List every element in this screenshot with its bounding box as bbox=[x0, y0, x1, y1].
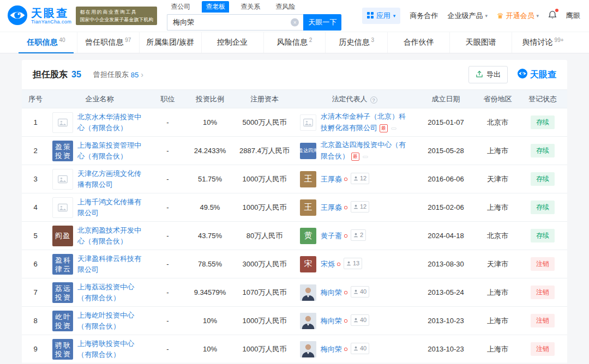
legal-rep-link[interactable]: 梅向荣 bbox=[321, 317, 342, 325]
company-logo[interactable] bbox=[52, 112, 73, 133]
company-name-link[interactable]: 天津盈科律云科技有限公司 bbox=[77, 253, 147, 275]
legal-rep-link[interactable]: 梅向荣 bbox=[321, 288, 342, 296]
legal-rep-avatar[interactable]: 黄 bbox=[300, 228, 316, 244]
registered-capital-value: 2887.4万人民币 bbox=[235, 137, 294, 165]
section-nav: 任职信息40曾任职信息97所属集团/族群控制企业风险信息2历史信息3合作伙伴天眼… bbox=[0, 32, 589, 53]
legal-rep-avatar[interactable]: 盈达四海 bbox=[300, 143, 316, 159]
position-value: - bbox=[150, 278, 185, 307]
status-cell: 注销 bbox=[518, 335, 567, 363]
legal-rep-avatar[interactable] bbox=[300, 313, 316, 329]
company-logo[interactable]: 骋耿投资 bbox=[52, 339, 73, 360]
relation-count-badge[interactable] bbox=[391, 128, 396, 130]
company-logo[interactable]: 屹叶投资 bbox=[52, 311, 73, 331]
apps-menu-button[interactable]: 应用 ▾ bbox=[362, 8, 401, 24]
legal-rep-avatar[interactable]: 王 bbox=[300, 171, 316, 187]
enterprise-products-menu[interactable]: 企业级产品 ▾ bbox=[447, 11, 488, 21]
legal-rep-cell: 梅向荣40 bbox=[294, 278, 414, 307]
legal-rep-avatar[interactable]: 王 bbox=[300, 199, 316, 216]
nav-tab[interactable]: 合作伙伴 bbox=[387, 32, 449, 53]
search-button[interactable]: 天眼一下 bbox=[303, 14, 341, 31]
legal-rep-link[interactable]: 王厚淼 bbox=[321, 203, 342, 211]
company-logo[interactable]: 盈科律云 bbox=[52, 254, 73, 275]
table-row: 4 上海千鸿文化传播有限公司 - 49.5% 1000万人民币 王 王厚淼12 … bbox=[22, 193, 567, 222]
apps-grid-icon bbox=[367, 12, 374, 20]
company-name-link[interactable]: 上海盈策投资管理中心（有限合伙） bbox=[77, 140, 147, 161]
former-shareholder-link[interactable]: 曾担任股东 85 › bbox=[93, 70, 143, 80]
nav-tab[interactable]: 舆情讨论99+ bbox=[512, 32, 574, 53]
company-logo[interactable] bbox=[52, 197, 73, 218]
company-name-link[interactable]: 北京水木华清投资中心（有限合伙） bbox=[77, 112, 147, 133]
vip-membership-menu[interactable]: ♛ 开通会员 ▾ bbox=[497, 11, 539, 21]
nav-tab-count: 2 bbox=[309, 37, 312, 43]
status-cell: 存续 bbox=[518, 137, 567, 165]
establish-date-value: 2013-10-23 bbox=[414, 307, 477, 335]
section-count: 35 bbox=[71, 70, 81, 80]
business-cooperation-link[interactable]: 商务合作 bbox=[410, 11, 438, 21]
establish-date-value: 2015-02-06 bbox=[414, 193, 477, 222]
company-cell: 荔远投资 上海荔远投资中心（有限合伙） bbox=[49, 278, 150, 307]
export-button[interactable]: 导出 bbox=[468, 66, 508, 83]
eagle-eye-link[interactable]: 鹰眼 bbox=[566, 11, 580, 21]
legal-rep-cell: 王 王厚淼12 bbox=[294, 165, 414, 193]
legal-rep-link[interactable]: 黄子斋 bbox=[321, 232, 342, 240]
legal-rep-link[interactable]: 宋烁 bbox=[321, 260, 335, 268]
company-name-link[interactable]: 上海千鸿文化传播有限公司 bbox=[77, 197, 147, 218]
nav-tab[interactable]: 风险信息2 bbox=[263, 32, 326, 53]
relation-count-badge[interactable]: 40 bbox=[351, 314, 369, 326]
nav-tab[interactable]: 所属集团/族群 bbox=[139, 32, 201, 53]
legal-rep-avatar[interactable] bbox=[300, 284, 316, 301]
nav-tab-label: 天眼图谱 bbox=[466, 38, 496, 47]
relation-count-badge[interactable]: 13 bbox=[344, 258, 362, 269]
invest-ratio-value: 10% bbox=[185, 335, 235, 363]
relation-count-badge[interactable]: 2 bbox=[351, 229, 366, 241]
position-value: - bbox=[150, 165, 185, 193]
beneficiary-badge: 最 bbox=[380, 124, 388, 132]
company-name-link[interactable]: 上海骋耿投资中心（有限合伙） bbox=[77, 338, 147, 360]
relation-count-badge[interactable]: 40 bbox=[351, 343, 369, 354]
search-tab[interactable]: 查老板 bbox=[202, 1, 229, 13]
relation-count-badge[interactable] bbox=[363, 156, 368, 158]
company-name-link[interactable]: 北京阎盈技术开发中心（有限合伙） bbox=[77, 225, 147, 246]
tianyancha-logo[interactable]: 天眼查 TianYanCha.com bbox=[8, 5, 71, 27]
status-badge: 存续 bbox=[531, 172, 555, 186]
search-tab[interactable]: 查公司 bbox=[167, 1, 194, 13]
invest-ratio-value: 24.2433% bbox=[185, 137, 235, 165]
caret-down-icon: ▾ bbox=[485, 13, 488, 19]
legal-rep-avatar[interactable] bbox=[300, 341, 316, 357]
company-logo[interactable] bbox=[52, 169, 73, 190]
legal-rep-link[interactable]: 王厚淼 bbox=[321, 175, 342, 183]
search-tab[interactable]: 查风险 bbox=[272, 1, 299, 13]
info-icon[interactable]: ? bbox=[370, 96, 377, 104]
establish-date-value: 2015-05-28 bbox=[414, 137, 477, 165]
legal-rep-link[interactable]: 梅向荣 bbox=[321, 345, 342, 353]
slogan-line2: 国家中小企业发展子基金旗下机构 bbox=[80, 16, 153, 23]
legal-rep-avatar[interactable] bbox=[300, 114, 316, 131]
company-name-link[interactable]: 上海荔远投资中心（有限合伙） bbox=[77, 282, 147, 303]
legal-rep-cell: 水清木华金种子（北京）科技孵化器有限公司最 bbox=[294, 108, 414, 137]
nav-tab[interactable]: 天眼图谱 bbox=[449, 32, 512, 53]
search-input[interactable] bbox=[167, 14, 303, 31]
nav-tab[interactable]: 任职信息40 bbox=[15, 32, 77, 53]
company-name-link[interactable]: 天津亿方画境文化传播有限公司 bbox=[77, 168, 147, 190]
section-title: 担任股东 bbox=[33, 69, 68, 81]
nav-tab[interactable]: 曾任职信息97 bbox=[77, 32, 139, 53]
company-logo[interactable]: 盈策投资 bbox=[52, 141, 73, 161]
registered-capital-value: 3000万人民币 bbox=[235, 250, 294, 278]
status-badge: 存续 bbox=[531, 201, 555, 214]
search-tab[interactable]: 查关系 bbox=[237, 1, 264, 13]
company-logo[interactable]: 荔远投资 bbox=[52, 282, 73, 303]
nav-tab[interactable]: 历史信息3 bbox=[325, 32, 387, 53]
relation-count-badge[interactable]: 12 bbox=[351, 173, 369, 184]
status-badge: 存续 bbox=[531, 229, 555, 242]
relation-count-badge[interactable]: 40 bbox=[351, 286, 369, 298]
column-header: 法定代表人? bbox=[294, 90, 414, 108]
clear-search-icon[interactable]: × bbox=[291, 19, 299, 27]
company-name-link[interactable]: 上海屹叶投资中心（有限合伙） bbox=[77, 310, 147, 331]
nav-tab[interactable]: 控制企业 bbox=[201, 32, 263, 53]
notification-bell-icon[interactable] bbox=[548, 10, 557, 21]
column-header: 职位 bbox=[150, 90, 185, 108]
relation-count-badge[interactable]: 12 bbox=[351, 201, 369, 213]
company-logo[interactable]: 阎盈 bbox=[52, 226, 73, 246]
beneficiary-badge: 最 bbox=[351, 153, 359, 161]
legal-rep-avatar[interactable]: 宋 bbox=[300, 256, 316, 272]
